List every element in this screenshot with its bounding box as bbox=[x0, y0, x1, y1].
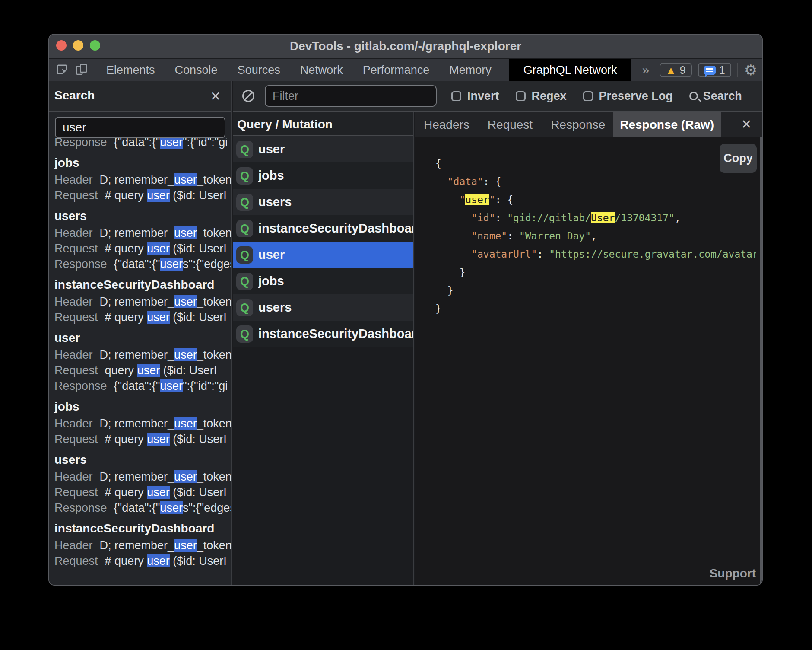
search-result-line[interactable]: Request# query user ($id: UserI bbox=[54, 484, 231, 500]
query-type-badge: Q bbox=[236, 220, 253, 237]
query-row-user[interactable]: Quser bbox=[233, 242, 413, 268]
result-line-value: D; remember_user_token=e bbox=[100, 470, 231, 483]
support-link[interactable]: Support bbox=[710, 567, 756, 580]
invert-checkbox[interactable] bbox=[451, 91, 461, 101]
message-icon bbox=[704, 66, 716, 75]
filter-input[interactable] bbox=[265, 85, 437, 107]
search-result-line[interactable]: HeaderD; remember_user_token=e bbox=[54, 469, 231, 484]
search-result-section[interactable]: instanceSecurityDashboardHeaderD; rememb… bbox=[54, 276, 231, 325]
settings-gear-icon[interactable]: ⚙ bbox=[744, 61, 757, 79]
query-row-instancesecuritydashboard[interactable]: QinstanceSecurityDashboard bbox=[233, 321, 413, 347]
response-tab-response[interactable]: Response bbox=[551, 112, 605, 137]
clear-log-icon[interactable] bbox=[242, 90, 254, 102]
search-result-line[interactable]: HeaderD; remember_user_token=e bbox=[54, 347, 231, 363]
tabbar-separator bbox=[737, 63, 738, 77]
search-result-line[interactable]: Request# query user ($id: UserI bbox=[54, 241, 231, 256]
search-result-line[interactable]: Requestquery user ($id: UserI bbox=[54, 363, 231, 378]
search-result-section[interactable]: userHeaderD; remember_user_token=eReques… bbox=[54, 329, 231, 394]
result-line-label: Header bbox=[54, 539, 93, 552]
device-toolbar-icon[interactable] bbox=[75, 64, 88, 76]
result-line-value: # query user ($id: UserI bbox=[105, 242, 227, 255]
result-line-label: Request bbox=[54, 486, 98, 499]
query-row-jobs[interactable]: Qjobs bbox=[233, 268, 413, 294]
tab-memory[interactable]: Memory bbox=[449, 59, 492, 81]
query-row-users[interactable]: Qusers bbox=[233, 189, 413, 215]
query-row-users[interactable]: Qusers bbox=[233, 294, 413, 321]
query-type-badge: Q bbox=[236, 299, 253, 316]
inspect-element-icon[interactable] bbox=[56, 64, 69, 76]
result-line-label: Request bbox=[54, 554, 98, 567]
regex-checkbox-group[interactable]: Regex bbox=[516, 89, 567, 103]
query-row-label: user bbox=[258, 248, 285, 262]
search-input[interactable] bbox=[55, 117, 225, 138]
search-match-highlight: user bbox=[147, 242, 170, 255]
search-result-line[interactable]: HeaderD; remember_user_token=e bbox=[54, 172, 231, 188]
window-title: DevTools - gitlab.com/-/graphql-explorer bbox=[49, 35, 762, 58]
query-type-badge: Q bbox=[236, 167, 253, 185]
issues-badge[interactable]: 1 bbox=[698, 63, 731, 77]
result-line-value: # query user ($id: UserI bbox=[105, 189, 227, 202]
result-section-title: jobs bbox=[54, 154, 231, 172]
close-search-panel-icon[interactable]: ✕ bbox=[208, 89, 223, 104]
query-row-label: instanceSecurityDashboard bbox=[258, 221, 414, 236]
close-response-panel-icon[interactable]: ✕ bbox=[739, 117, 754, 132]
scrollbar[interactable] bbox=[760, 137, 762, 585]
search-result-line[interactable]: HeaderD; remember_user_token=e bbox=[54, 416, 231, 431]
search-result-line[interactable]: Response{"data":{"user":{"id":"gi bbox=[54, 138, 231, 150]
query-row-label: jobs bbox=[258, 274, 284, 288]
search-result-line[interactable]: Response{"data":{"user":{"id":"gi bbox=[54, 378, 231, 394]
search-result-section[interactable]: instanceSecurityDashboardHeaderD; rememb… bbox=[54, 519, 231, 569]
tab-elements[interactable]: Elements bbox=[106, 59, 155, 81]
result-line-value: D; remember_user_token=e bbox=[100, 173, 231, 186]
devtools-tabbar: ElementsConsoleSourcesNetworkPerformance… bbox=[49, 59, 762, 81]
search-result-line[interactable]: Request# query user ($id: UserI bbox=[54, 188, 231, 203]
search-match-highlight: User bbox=[591, 212, 615, 223]
tab-sources[interactable]: Sources bbox=[238, 59, 280, 81]
tab-console[interactable]: Console bbox=[175, 59, 218, 81]
result-line-label: Request bbox=[54, 311, 98, 324]
tab-graphql-network[interactable]: GraphQL Network bbox=[509, 59, 632, 81]
preserve-log-checkbox[interactable] bbox=[583, 91, 593, 101]
result-section-title: jobs bbox=[54, 398, 231, 416]
search-match-highlight: user bbox=[137, 364, 160, 377]
regex-checkbox[interactable] bbox=[516, 91, 526, 101]
tab-performance[interactable]: Performance bbox=[363, 59, 430, 81]
search-result-line[interactable]: Request# query user ($id: UserI bbox=[54, 431, 231, 447]
query-row-label: user bbox=[258, 142, 285, 156]
preserve-log-checkbox-group[interactable]: Preserve Log bbox=[583, 89, 673, 103]
response-tab-response-raw[interactable]: Response (Raw) bbox=[613, 112, 721, 137]
search-match-highlight: user bbox=[174, 173, 197, 186]
response-tab-headers[interactable]: Headers bbox=[424, 112, 469, 137]
query-row-instancesecuritydashboard[interactable]: QinstanceSecurityDashboard bbox=[233, 215, 413, 242]
result-section-title: user bbox=[54, 329, 231, 347]
search-result-section[interactable]: usersHeaderD; remember_user_token=eReque… bbox=[54, 207, 231, 272]
search-result-line[interactable]: Response{"data":{"users":{"edges bbox=[54, 500, 231, 516]
query-mutation-header: Query / Mutation bbox=[233, 112, 413, 136]
search-result-line[interactable]: Response{"data":{"users":{"edges bbox=[54, 256, 231, 272]
response-tab-request[interactable]: Request bbox=[488, 112, 533, 137]
more-tabs-chevron-icon[interactable]: » bbox=[631, 59, 660, 81]
result-line-label: Header bbox=[54, 295, 93, 308]
error-badge[interactable]: ▲ 9 bbox=[660, 63, 692, 77]
search-result-line[interactable]: Request# query user ($id: UserI bbox=[54, 553, 231, 569]
query-type-badge: Q bbox=[236, 194, 253, 211]
invert-checkbox-group[interactable]: Invert bbox=[451, 89, 499, 103]
search-result-line[interactable]: HeaderD; remember_user_token=e bbox=[54, 538, 231, 553]
json-line: } bbox=[435, 300, 756, 318]
toolbar-search[interactable]: Search bbox=[689, 89, 742, 103]
search-result-section[interactable]: jobsHeaderD; remember_user_token=eReques… bbox=[54, 398, 231, 447]
response-body: Copy { "data": { "user": { "id": "gid://… bbox=[415, 137, 762, 585]
search-result-section[interactable]: usersHeaderD; remember_user_token=eReque… bbox=[54, 451, 231, 516]
search-result-line[interactable]: HeaderD; remember_user_token=e bbox=[54, 225, 231, 241]
search-result-section[interactable]: Response{"data":{"user":{"id":"gi bbox=[54, 138, 231, 150]
invert-label: Invert bbox=[467, 89, 499, 103]
search-result-section[interactable]: jobsHeaderD; remember_user_token=eReques… bbox=[54, 154, 231, 203]
result-line-label: Header bbox=[54, 226, 93, 239]
query-row-jobs[interactable]: Qjobs bbox=[233, 162, 413, 189]
search-result-line[interactable]: Request# query user ($id: UserI bbox=[54, 309, 231, 325]
tab-network[interactable]: Network bbox=[300, 59, 343, 81]
search-match-highlight: user bbox=[147, 189, 170, 202]
devtools-tabs: ElementsConsoleSourcesNetworkPerformance… bbox=[106, 59, 631, 81]
query-row-user[interactable]: Quser bbox=[233, 136, 413, 162]
search-result-line[interactable]: HeaderD; remember_user_token=e bbox=[54, 294, 231, 309]
